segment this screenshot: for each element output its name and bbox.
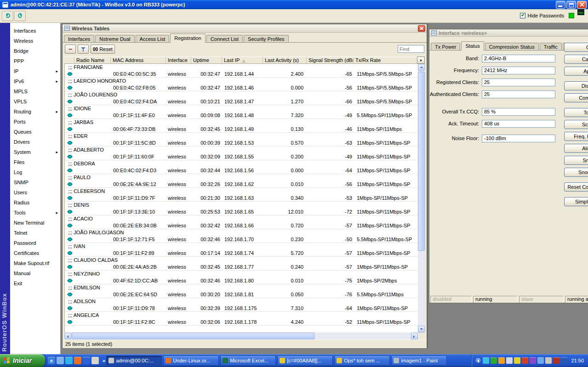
mac-address-column-header[interactable]: MAC Address: [111, 57, 166, 63]
radio-name-column-header[interactable]: Radio Name: [74, 57, 111, 63]
action-button[interactable]: Disable: [564, 81, 588, 90]
scroll-left-icon[interactable]: [64, 333, 71, 339]
sidebar-item[interactable]: Routing ▸: [10, 107, 60, 117]
update-icon[interactable]: [514, 357, 520, 364]
taskbar-task-button[interactable]: Ops* toh sem ...: [334, 356, 390, 366]
close-button[interactable]: [577, 1, 587, 9]
usb-icon[interactable]: [537, 357, 544, 364]
table-row[interactable]: ;;; DEBORA 00:E0:4C:02:F4:D3 wireless 00…: [65, 160, 418, 174]
sidebar-item[interactable]: Users ▸: [10, 187, 60, 198]
minimize-button[interactable]: [556, 1, 565, 9]
scheduler-icon[interactable]: [561, 357, 567, 364]
signal-strength-column-header[interactable]: Signal Strength (dBm): [307, 57, 354, 63]
tab[interactable]: Nstreme Dual: [95, 35, 134, 43]
remove-button[interactable]: −: [65, 45, 76, 54]
action-button[interactable]: Snooper...: [564, 168, 588, 177]
antivirus-icon[interactable]: [491, 357, 497, 364]
graphics-icon[interactable]: [530, 357, 536, 364]
table-row[interactable]: ;;; IVAN 00:1F:1F:11:F2:89 wireless 00:1…: [65, 243, 418, 257]
sidebar-item[interactable]: Bridge ▸: [10, 46, 60, 56]
sidebar-item[interactable]: System ▸: [10, 147, 60, 157]
table-row[interactable]: ;;; DENIS 00:1F:1F:13:3E:10 wireless 00:…: [65, 202, 418, 215]
table-row[interactable]: ;;; ANGELICA 00:1F:1F:11:F2:8C wireless …: [65, 312, 418, 326]
maximize-button[interactable]: [566, 1, 576, 9]
scroll-up-icon[interactable]: [418, 64, 425, 71]
sidebar-item[interactable]: MPLS ▸: [10, 86, 60, 96]
sidebar-item[interactable]: Make Supout.rif ▸: [10, 258, 60, 268]
sidebar-item[interactable]: Ports ▸: [10, 117, 60, 127]
sidebar-item[interactable]: Log ▸: [10, 167, 60, 177]
action-button[interactable]: Scan...: [564, 120, 588, 129]
taskbar-task-button[interactable]: admin@00:0C:...: [106, 356, 162, 366]
tx-rx-rate-column-header[interactable]: Tx/Rx Rate: [354, 57, 418, 63]
tab[interactable]: Security Profiles: [244, 35, 288, 43]
interface-column-header[interactable]: Interface: [166, 57, 191, 63]
action-button[interactable]: Cancel: [564, 55, 588, 64]
taskbar-task-button[interactable]: imagem1 - Paint: [391, 356, 447, 366]
show-desktop-icon[interactable]: [91, 357, 99, 364]
action-button[interactable]: Simple Mode: [564, 197, 588, 206]
taskbar-task-button[interactable]: Under-Linux.or...: [163, 356, 219, 366]
table-row[interactable]: ;;; EDMILSON 00:0E:2E:EC:64:5D wireless …: [65, 284, 418, 298]
table-row[interactable]: ;;; LAERCIO HONORATO 00:E0:4C:02:F8:05 w…: [65, 78, 418, 91]
uptime-column-header[interactable]: Uptime: [191, 57, 222, 63]
action-button[interactable]: Reset Configuration: [564, 182, 588, 192]
language-icon[interactable]: [553, 357, 559, 364]
vertical-scrollbar[interactable]: [418, 64, 425, 333]
outlook-express-icon[interactable]: [57, 357, 64, 364]
tab[interactable]: Compression Status: [485, 43, 539, 51]
sidebar-item[interactable]: Password ▸: [10, 238, 60, 248]
tab[interactable]: Tx Power: [431, 43, 460, 51]
tray-collapse-icon[interactable]: [475, 357, 481, 364]
sidebar-item[interactable]: Wireless ▸: [10, 36, 60, 46]
action-button[interactable]: Sniff...: [564, 156, 588, 165]
close-window-button[interactable]: [418, 25, 425, 32]
last-activity-column-header[interactable]: Last Activity (s): [263, 57, 307, 63]
tab[interactable]: Access List: [136, 35, 170, 43]
table-row[interactable]: ;;; CLEBERSON 00:1F:1F:11:D9:7F wireless…: [65, 188, 418, 202]
scroll-right-icon[interactable]: [411, 333, 418, 339]
action-button[interactable]: Torch: [564, 108, 588, 117]
sidebar-item[interactable]: VPLS ▸: [10, 96, 60, 107]
undo-button[interactable]: [2, 11, 13, 21]
chevron-right-icon[interactable]: »: [102, 358, 106, 363]
sidebar-item[interactable]: New Terminal ▸: [10, 218, 60, 228]
last-ip-column-header[interactable]: Last IP △: [222, 57, 263, 63]
sidebar-item[interactable]: Interfaces ▸: [10, 26, 60, 36]
action-button[interactable]: OK: [564, 43, 588, 52]
table-row[interactable]: ;;; CLAUDIO CALDAS 00:0E:2E:4A:A5:2B wir…: [65, 257, 418, 271]
window-titlebar[interactable]: admin@00:0C:42:21:CE:37 (MikroTik) - Win…: [0, 0, 588, 9]
sidebar-item[interactable]: IPv6 ▸: [10, 76, 60, 86]
sidebar-item[interactable]: SNMP ▸: [10, 177, 60, 187]
table-row[interactable]: ;;; FRANCIANE 00:E0:4C:00:5C:35 wireless…: [65, 64, 418, 78]
table-row[interactable]: ;;; EDER 00:1F:1F:11:5C:8D wireless 00:0…: [65, 133, 418, 147]
sidebar-item[interactable]: Manual ▸: [10, 268, 60, 278]
find-input[interactable]: [398, 45, 424, 53]
table-row[interactable]: ;;; NEYZINHO 00:4F:62:1D:CC:AB wireless …: [65, 271, 418, 284]
tab[interactable]: Traffic: [540, 43, 562, 51]
action-button[interactable]: Freq. Usage...: [564, 132, 588, 141]
sidebar-item[interactable]: PPP ▸: [10, 56, 60, 66]
firefox-icon[interactable]: [74, 357, 81, 364]
table-row[interactable]: ;;; ACACIO 00:0E:2E:EB:34:0B wireless 00…: [65, 215, 418, 229]
sidebar-item[interactable]: Tools ▸: [10, 208, 60, 218]
sidebar-item[interactable]: Exit ▸: [10, 278, 60, 288]
tab[interactable]: Status: [461, 41, 484, 51]
tab[interactable]: Connect List: [206, 35, 243, 43]
sidebar-item[interactable]: Telnet ▸: [10, 228, 60, 238]
redo-button[interactable]: [14, 11, 26, 21]
table-row[interactable]: ;;; IDIONE 00:1F:1F:11:4F:E0 wireless 00…: [65, 105, 418, 119]
sidebar-item[interactable]: Files ▸: [10, 157, 60, 167]
table-row[interactable]: ;;; ADALBERTO 00:1F:1F:11:60:0F wireless…: [65, 147, 418, 160]
taskbar-task-button[interactable]: [c=#00A8A8][...: [277, 356, 333, 366]
filter-button[interactable]: [78, 45, 89, 54]
action-button[interactable]: Apply: [564, 67, 588, 76]
table-row[interactable]: ;;; ADILSON 00:1F:1F:11:D9:78 wireless 0…: [65, 298, 418, 312]
tab[interactable]: Interfaces: [64, 35, 94, 43]
table-row[interactable]: ;;; PAULO 00:0E:2E:4A:9E:12 wireless 00:…: [65, 174, 418, 188]
network-icon[interactable]: [483, 357, 489, 364]
sidebar-item[interactable]: IP ▸: [10, 66, 60, 76]
table-row[interactable]: ;;; JOÃO PAULO/JASON 00:1F:1F:12:71:F5 w…: [65, 229, 418, 243]
column-menu-button[interactable]: ▼: [417, 56, 425, 64]
action-button[interactable]: Comment: [564, 93, 588, 102]
